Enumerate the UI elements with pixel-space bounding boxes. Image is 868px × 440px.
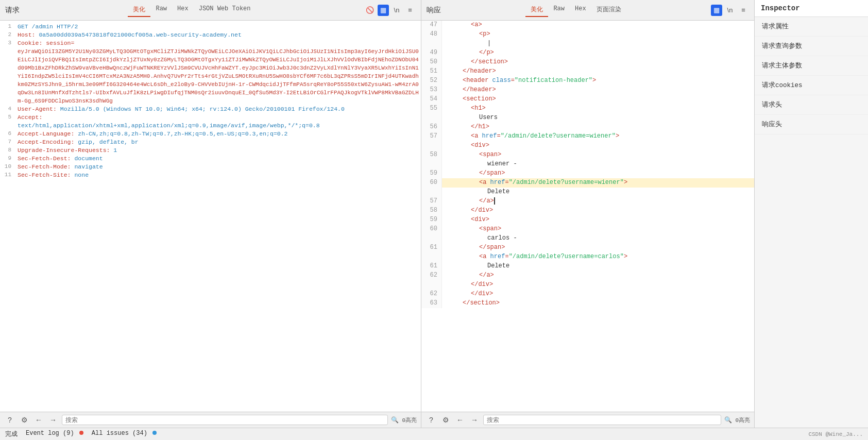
request-tabs: 美化 Raw Hex JSON Web Token (128, 3, 256, 17)
req-line-2: 2 Host: 0a5a00dd039a5473818f021000cf005a… (0, 31, 421, 39)
response-bottom-bar: ? ⚙ ← → 🔍 0高亮 (421, 412, 754, 428)
req-line-3: 3 Cookie: session=eyJraWQiOiI3ZGM5Y2U1Ny… (0, 39, 421, 105)
resp-line-58: 56 </h1> (421, 123, 754, 132)
response-menu-icon[interactable]: ≡ (738, 5, 749, 16)
tab-raw-req[interactable]: Raw (150, 3, 172, 17)
resp-line-77: 63 </section> (421, 299, 754, 308)
event-dot (79, 431, 83, 435)
tab-hex-resp[interactable]: Hex (570, 3, 591, 17)
response-indent-icon[interactable]: \n (724, 5, 736, 16)
request-panel: 请求 美化 Raw Hex JSON Web Token 🚫 ▦ \n ≡ 1 … (0, 0, 421, 428)
resp-line-51: 50 </section> (421, 58, 754, 67)
resp-forward-icon[interactable]: → (469, 414, 480, 426)
tab-beautify-req[interactable]: 美化 (128, 3, 150, 17)
tab-render-resp[interactable]: 页面渲染 (591, 3, 626, 17)
resp-line-55: 54 <section> (421, 95, 754, 104)
inspector-request-cookies[interactable]: 请求cookies (755, 76, 868, 95)
resp-line-53: 52 <header class="notification-header"> (421, 76, 754, 86)
resp-line-71: 61 </span> (421, 243, 754, 252)
issues-dot (152, 431, 157, 435)
menu-icon[interactable]: ≡ (404, 5, 416, 16)
resp-line-63: 59 </span> (421, 169, 754, 178)
req-line-7: 7 Accept-Encoding: gzip, deflate, br (0, 138, 421, 146)
status-complete: 完成 (5, 430, 18, 438)
eye-off-icon[interactable]: 🚫 (364, 5, 376, 16)
resp-line-50: 49 </p> (421, 48, 754, 58)
all-issues[interactable]: All issues (34) (92, 430, 157, 438)
request-code-area[interactable]: 1 GET /admin HTTP/2 2 Host: 0a5a00dd039a… (0, 21, 421, 412)
req-line-8: 8 Upgrade-Insecure-Requests: 1 (0, 146, 421, 155)
resp-line-56: 55 <h1> (421, 104, 754, 113)
response-tabs: 美化 Raw Hex 页面渲染 (525, 3, 626, 17)
resp-line-54: 53 </header> (421, 86, 754, 95)
req-line-10: 10 Sec-Fetch-Mode: navigate (0, 163, 421, 171)
search-icon-req: 🔍 (391, 416, 399, 424)
resp-back-icon[interactable]: ← (454, 414, 466, 426)
status-left: 完成 Event log (9) All issues (34) (5, 430, 157, 438)
request-highlight-count: 0高亮 (402, 416, 417, 424)
req-line-9: 9 Sec-Fetch-Dest: document (0, 155, 421, 163)
response-code-area[interactable]: 47 <a> 48 <p> | 49 </p> 50 </section> (421, 21, 754, 412)
inspector-request-body[interactable]: 请求主体参数 (755, 56, 868, 76)
response-message-icon[interactable]: ▦ (711, 5, 722, 16)
resp-line-72: <a href="/admin/delete?username=carlos"> (421, 252, 754, 262)
request-bottom-bar: ? ⚙ ← → 🔍 0高亮 (0, 412, 421, 428)
resp-line-57: Users (421, 113, 754, 123)
resp-line-60: <div> (421, 141, 754, 150)
help-icon[interactable]: ? (4, 414, 15, 426)
resp-line-64: 60 <a href="/admin/delete?username=wiene… (421, 178, 754, 188)
response-header: 响应 美化 Raw Hex 页面渲染 ▦ \n ≡ (421, 0, 754, 21)
resp-line-66: 57 </a> (421, 197, 754, 206)
tab-jwt-req[interactable]: JSON Web Token (194, 3, 256, 17)
response-panel: 响应 美化 Raw Hex 页面渲染 ▦ \n ≡ 47 <a> 48 (421, 0, 755, 428)
tab-beautify-resp[interactable]: 美化 (525, 3, 548, 17)
resp-line-49: | (421, 39, 754, 48)
response-title: 响应 (427, 6, 441, 15)
resp-line-61: 58 <span> (421, 150, 754, 160)
resp-line-74: 62 </a> (421, 271, 754, 280)
req-line-5: 5 Accept:text/html,application/xhtml+xml… (0, 113, 421, 130)
inspector-request-properties[interactable]: 请求属性 (755, 17, 868, 37)
forward-icon[interactable]: → (47, 414, 59, 426)
inspector-response-headers[interactable]: 响应头 (755, 115, 868, 134)
req-line-6: 6 Accept-Language: zh-CN,zh;q=0.8,zh-TW;… (0, 130, 421, 138)
req-line-11: 11 Sec-Fetch-Site: none (0, 171, 421, 179)
response-search-input[interactable] (483, 415, 721, 425)
request-tab-icons: 🚫 ▦ \n ≡ (364, 5, 416, 16)
event-log[interactable]: Event log (9) (26, 430, 83, 438)
resp-settings-icon[interactable]: ⚙ (440, 414, 451, 426)
resp-help-icon[interactable]: ? (426, 414, 437, 426)
resp-line-48: 48 <p> (421, 30, 754, 39)
inspector-panel: Inspector 请求属性 请求查询参数 请求主体参数 请求cookies 请… (755, 0, 868, 428)
resp-line-47: 47 <a> (421, 21, 754, 30)
request-header: 请求 美化 Raw Hex JSON Web Token 🚫 ▦ \n ≡ (0, 0, 421, 21)
resp-line-62: wiener - (421, 160, 754, 169)
settings-icon[interactable]: ⚙ (19, 414, 30, 426)
resp-line-67: 58 </div> (421, 206, 754, 215)
resp-line-75: </div> (421, 280, 754, 290)
inspector-request-headers[interactable]: 请求头 (755, 95, 868, 115)
response-highlight-count: 0高亮 (735, 416, 750, 424)
status-bar: 完成 Event log (9) All issues (34) CSDN @W… (0, 428, 868, 440)
indent-icon[interactable]: \n (391, 5, 402, 16)
response-tab-icons: ▦ \n ≡ (711, 5, 749, 16)
req-line-4: 4 User-Agent: Mozilla/5.0 (Windows NT 10… (0, 105, 421, 113)
resp-line-59: 57 <a href="/admin/delete?username=wiene… (421, 132, 754, 141)
resp-line-65: Delete (421, 188, 754, 197)
resp-line-73: 61 Delete (421, 262, 754, 271)
resp-search-icon: 🔍 (724, 416, 732, 424)
resp-line-70: carlos - (421, 234, 754, 243)
resp-line-76: 62 </div> (421, 290, 754, 299)
resp-line-68: 59 <div> (421, 215, 754, 225)
inspector-title: Inspector (755, 0, 868, 17)
resp-line-52: 51 </header> (421, 67, 754, 76)
message-icon[interactable]: ▦ (378, 5, 389, 16)
inspector-request-query[interactable]: 请求查询参数 (755, 37, 868, 56)
resp-line-69: 60 <span> (421, 225, 754, 234)
request-search-input[interactable] (62, 415, 388, 425)
status-watermark: CSDN @Wine_Ja... (808, 431, 863, 437)
back-icon[interactable]: ← (33, 414, 44, 426)
tab-hex-req[interactable]: Hex (172, 3, 194, 17)
req-line-1: 1 GET /admin HTTP/2 (0, 23, 421, 31)
tab-raw-resp[interactable]: Raw (548, 3, 570, 17)
